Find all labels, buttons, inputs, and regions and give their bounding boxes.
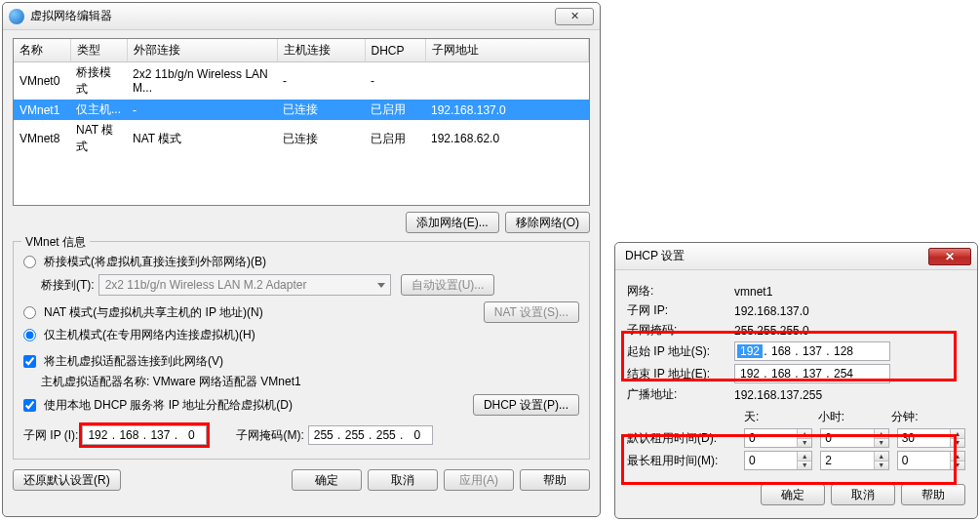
radio-bridge[interactable] (23, 256, 36, 268)
close-button[interactable]: ✕ (555, 8, 594, 25)
subnet-mask-input[interactable]: 255. 255. 255. 0 (308, 425, 433, 445)
checkbox-dhcp[interactable] (23, 399, 36, 412)
host-adapter-name: 主机虚拟适配器名称: VMware 网络适配器 VMnet1 (41, 374, 301, 390)
col-type[interactable]: 类型 (70, 39, 127, 62)
network-value: vmnet1 (734, 285, 772, 299)
default-lease-hour[interactable]: 0▲▼ (820, 428, 888, 448)
col-hour: 小时: (818, 409, 892, 425)
col-subnet[interactable]: 子网地址 (425, 39, 589, 62)
subnet-ip-input[interactable]: 192. 168. 137. 0 (82, 425, 207, 445)
radio-host-only[interactable] (23, 329, 36, 341)
end-ip-input[interactable]: 192. 168. 137. 254 (734, 364, 890, 383)
ok-button[interactable]: 确定 (292, 469, 362, 491)
add-network-button[interactable]: 添加网络(E)... (406, 212, 499, 233)
dhcp-settings-window: DHCP 设置 ✕ 网络:vmnet1 子网 IP:192.168.137.0 … (614, 242, 978, 519)
cancel-button[interactable]: 取消 (368, 469, 438, 491)
col-dhcp[interactable]: DHCP (365, 39, 425, 62)
col-name[interactable]: 名称 (14, 39, 70, 62)
vmnet-info-group: VMnet 信息 桥接模式(将虚拟机直接连接到外部网络)(B) 桥接到(T): … (13, 241, 590, 460)
networks-table[interactable]: 名称 类型 外部连接 主机连接 DHCP 子网地址 VMnet0 桥接模式 2x… (13, 38, 590, 206)
table-row[interactable]: VMnet8 NAT 模式 NAT 模式 已连接 已启用 192.168.62.… (14, 120, 589, 157)
vmnet-info-legend: VMnet 信息 (21, 234, 90, 251)
col-ext[interactable]: 外部连接 (127, 39, 277, 62)
subnet-mask-label: 子网掩码: (627, 322, 734, 339)
nat-settings-button[interactable]: NAT 设置(S)... (484, 301, 579, 323)
checkbox-host-adapter[interactable] (23, 355, 36, 368)
start-ip-label: 起始 IP 地址(S): (627, 343, 734, 360)
col-day: 天: (744, 409, 818, 425)
editor-titlebar: 虚拟网络编辑器 ✕ (3, 3, 600, 30)
radio-bridge-label: 桥接模式(将虚拟机直接连接到外部网络)(B) (44, 254, 266, 270)
checkbox-host-adapter-label: 将主机虚拟适配器连接到此网络(V) (44, 353, 223, 370)
checkbox-dhcp-label: 使用本地 DHCP 服务将 IP 地址分配给虚拟机(D) (44, 397, 293, 414)
broadcast-label: 广播地址: (627, 386, 734, 403)
default-lease-day[interactable]: 0▲▼ (744, 428, 812, 448)
subnet-ip-value: 192.168.137.0 (734, 304, 809, 318)
subnet-mask-label: 子网掩码(M): (236, 427, 303, 444)
apply-button[interactable]: 应用(A) (444, 469, 514, 491)
auto-config-button[interactable]: 自动设置(U)... (401, 274, 495, 296)
max-lease-label: 最长租用时间(M): (627, 453, 744, 469)
default-lease-label: 默认租用时间(D): (627, 430, 744, 447)
table-row[interactable]: VMnet0 桥接模式 2x2 11b/g/n Wireless LAN M..… (14, 62, 589, 100)
close-button[interactable]: ✕ (928, 248, 971, 265)
max-lease-hour[interactable]: 2▲▼ (820, 451, 888, 470)
remove-network-button[interactable]: 移除网络(O) (505, 212, 590, 233)
bridge-to-label: 桥接到(T): (41, 277, 95, 294)
help-button[interactable]: 帮助 (520, 469, 590, 491)
radio-nat[interactable] (23, 306, 36, 319)
start-ip-input[interactable]: 192. 168. 137. 128 (734, 341, 890, 361)
broadcast-value: 192.168.137.255 (734, 388, 822, 402)
restore-defaults-button[interactable]: 还原默认设置(R) (13, 469, 121, 491)
help-button[interactable]: 帮助 (901, 484, 965, 505)
subnet-mask-value: 255.255.255.0 (734, 324, 809, 338)
col-host[interactable]: 主机连接 (277, 39, 365, 62)
dhcp-settings-button[interactable]: DHCP 设置(P)... (473, 394, 579, 416)
editor-title: 虚拟网络编辑器 (30, 8, 555, 24)
subnet-ip-label: 子网 IP: (627, 302, 734, 319)
max-lease-min[interactable]: 0▲▼ (897, 451, 965, 470)
table-row[interactable]: VMnet1 仅主机... - 已连接 已启用 192.168.137.0 (14, 100, 589, 120)
default-lease-min[interactable]: 30▲▼ (897, 428, 965, 448)
ok-button[interactable]: 确定 (761, 484, 825, 505)
max-lease-day[interactable]: 0▲▼ (744, 451, 812, 470)
cancel-button[interactable]: 取消 (831, 484, 895, 505)
radio-host-only-label: 仅主机模式(在专用网络内连接虚拟机)(H) (44, 327, 255, 343)
virtual-network-editor-window: 虚拟网络编辑器 ✕ 名称 类型 外部连接 主机连接 DHCP 子网地址 VMne… (2, 2, 601, 517)
col-min: 分钟: (891, 409, 965, 425)
subnet-ip-label: 子网 IP (I): (23, 427, 78, 444)
network-label: 网络: (627, 283, 734, 300)
end-ip-label: 结束 IP 地址(E): (627, 366, 734, 382)
radio-nat-label: NAT 模式(与虚拟机共享主机的 IP 地址)(N) (44, 304, 263, 321)
dhcp-title: DHCP 设置 (625, 248, 928, 264)
bridge-adapter-combo[interactable]: 2x2 11b/g/n Wireless LAN M.2 Adapter (98, 274, 391, 296)
globe-icon (9, 9, 24, 24)
dhcp-titlebar: DHCP 设置 ✕ (615, 243, 977, 270)
